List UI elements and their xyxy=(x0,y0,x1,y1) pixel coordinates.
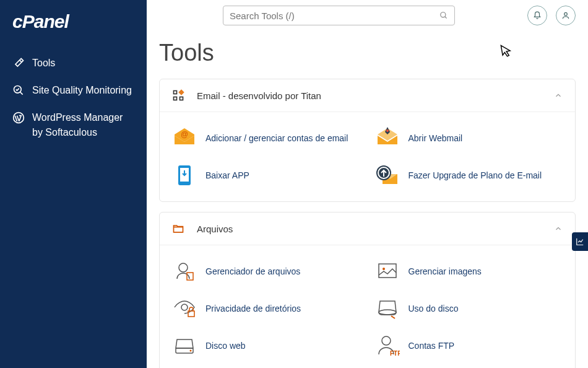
tool-label: Disco web xyxy=(205,341,246,351)
tool-label: Abrir Webmail xyxy=(409,133,463,143)
chevron-up-icon xyxy=(554,224,563,233)
section-body: Gerenciador de arquivos Gerenciar imagen… xyxy=(160,245,575,368)
svg-text:@: @ xyxy=(181,130,188,139)
search-box[interactable] xyxy=(223,6,455,25)
search-wrap xyxy=(159,6,519,25)
section-title: Email - desenvolvido por Titan xyxy=(197,90,554,101)
sidebar-item-label: Site Quality Monitoring xyxy=(32,83,132,98)
tool-label: Gerenciador de arquivos xyxy=(205,266,300,276)
tool-web-disk[interactable]: Disco web xyxy=(165,327,368,364)
tool-label: Adicionar / gerenciar contas de email xyxy=(205,133,348,143)
sidebar-item-tools[interactable]: Tools xyxy=(12,50,134,77)
sidebar-item-wordpress[interactable]: WordPress Manager by Softaculous xyxy=(12,104,134,146)
user-button[interactable] xyxy=(556,6,576,25)
envelope-upgrade-icon xyxy=(375,163,400,188)
svg-rect-7 xyxy=(180,97,183,100)
svg-rect-4 xyxy=(174,91,177,94)
tool-images[interactable]: Gerenciar imagens xyxy=(368,253,571,290)
tool-label: Fazer Upgrade de Plano de E-mail xyxy=(409,170,542,180)
svg-rect-5 xyxy=(179,90,183,94)
tool-label: Privacidade de diretórios xyxy=(205,304,301,313)
chevron-up-icon xyxy=(554,91,563,100)
tool-upgrade-email[interactable]: Fazer Upgrade de Plano de E-mail xyxy=(368,157,571,194)
tool-label: Uso do disco xyxy=(409,304,459,313)
tool-label: Baixar APP xyxy=(205,170,249,180)
envelope-at-icon: @ xyxy=(172,126,197,151)
section-title: Arquivos xyxy=(197,224,554,234)
section-header-arquivos[interactable]: Arquivos xyxy=(160,212,575,245)
notifications-button[interactable] xyxy=(527,6,547,25)
search-input[interactable] xyxy=(230,11,439,21)
search-icon xyxy=(439,11,448,20)
tool-file-manager[interactable]: Gerenciador de arquivos xyxy=(165,253,368,290)
sidebar-item-site-quality[interactable]: Site Quality Monitoring xyxy=(12,77,134,104)
tool-add-email[interactable]: @ Adicionar / gerenciar contas de email xyxy=(165,120,368,157)
brand-text: cPanel xyxy=(12,11,69,32)
envelope-rocket-icon xyxy=(375,126,400,151)
svg-rect-17 xyxy=(379,264,396,278)
svg-point-9 xyxy=(386,129,389,132)
image-icon xyxy=(375,259,400,284)
section-body: @ Adicionar / gerenciar contas de email … xyxy=(160,112,575,201)
svg-text:FTP: FTP xyxy=(390,350,400,357)
section-header-email[interactable]: Email - desenvolvido por Titan xyxy=(160,79,575,112)
tool-download-app[interactable]: Baixar APP xyxy=(165,157,368,194)
grid-dots-icon xyxy=(172,89,187,102)
logo: cPanel xyxy=(12,11,134,32)
bell-icon xyxy=(533,11,542,20)
drive-icon xyxy=(172,333,197,358)
svg-point-24 xyxy=(382,336,391,345)
wordpress-icon xyxy=(12,112,27,124)
header xyxy=(147,0,588,31)
tool-webmail[interactable]: Abrir Webmail xyxy=(368,120,571,157)
tool-ftp[interactable]: FTP Contas FTP xyxy=(368,327,571,364)
svg-point-15 xyxy=(179,263,188,272)
side-tab[interactable] xyxy=(572,232,588,251)
tool-label: Contas FTP xyxy=(409,341,455,351)
page-title: Tools xyxy=(159,40,576,66)
section-email: Email - desenvolvido por Titan @ Adicion… xyxy=(159,79,576,202)
svg-point-21 xyxy=(379,310,396,315)
svg-point-18 xyxy=(383,268,385,270)
magnifier-check-icon xyxy=(12,84,27,97)
svg-rect-16 xyxy=(187,273,193,280)
svg-point-3 xyxy=(564,12,568,15)
folder-icon xyxy=(172,222,187,235)
section-arquivos: Arquivos Gerenciador de arquivos Gerenci… xyxy=(159,212,576,368)
file-user-icon xyxy=(172,259,197,284)
chart-icon xyxy=(576,237,584,246)
tool-dir-privacy[interactable]: Privacidade de diretórios xyxy=(165,290,368,327)
tool-label: Gerenciar imagens xyxy=(409,266,482,276)
user-icon xyxy=(561,11,570,20)
main: Tools Email - desenvolvido por Titan @ A… xyxy=(147,31,588,368)
svg-point-19 xyxy=(181,304,188,310)
tool-disk-usage[interactable]: Uso do disco xyxy=(368,290,571,327)
svg-point-2 xyxy=(441,12,446,17)
svg-rect-6 xyxy=(174,97,177,100)
sidebar-item-label: Tools xyxy=(32,56,55,71)
phone-download-icon xyxy=(172,163,197,188)
eye-lock-icon xyxy=(172,296,197,321)
svg-point-23 xyxy=(190,350,192,352)
wrench-icon xyxy=(12,57,27,69)
sidebar-item-label: WordPress Manager by Softaculous xyxy=(32,110,134,140)
disk-icon xyxy=(375,296,400,321)
ftp-user-icon: FTP xyxy=(375,333,400,358)
sidebar: cPanel Tools Site Quality Monitoring Wor… xyxy=(0,0,147,368)
